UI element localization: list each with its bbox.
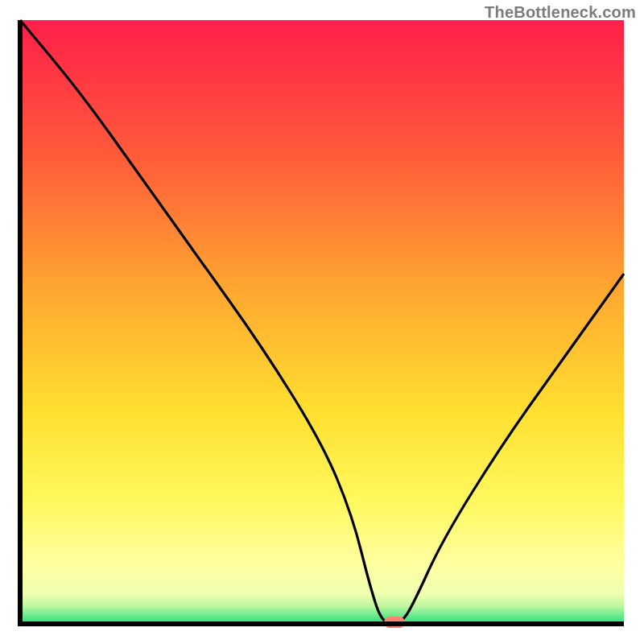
- attribution-text: TheBottleneck.com: [485, 3, 636, 22]
- chart-svg: [0, 0, 644, 644]
- bottleneck-chart: TheBottleneck.com: [0, 0, 644, 644]
- plot-background: [20, 20, 624, 624]
